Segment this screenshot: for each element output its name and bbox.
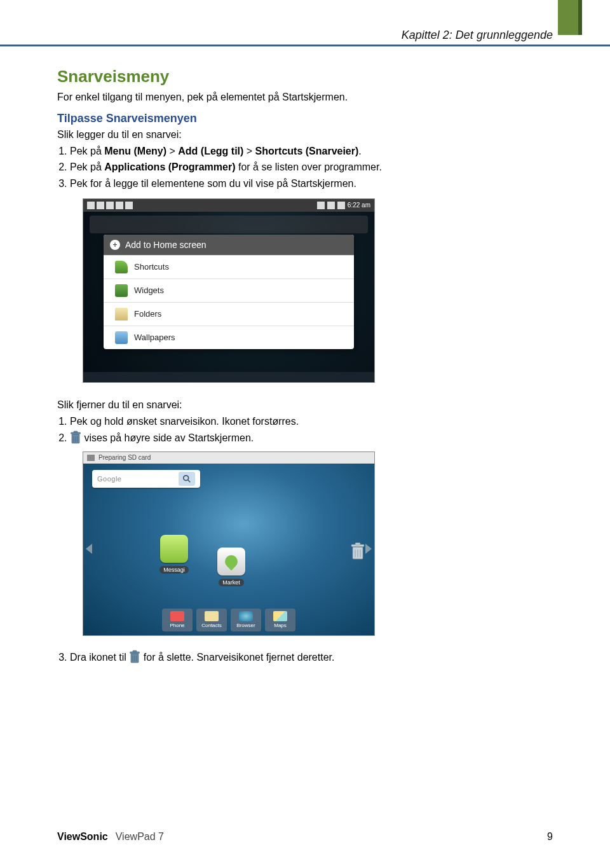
svg-point-6 [184,475,189,480]
add-step-1: Pek på Menu (Meny) > Add (Legg til) > Sh… [70,144,553,158]
remove-step-2: vises på høyre side av Startskjermen. [70,431,553,445]
app-label: Messagi [159,566,189,574]
remove-step-1: Pek og hold ønsket snarveisikon. Ikonet … [70,414,553,429]
add-step-3: Pek for å legge til elementene som du vi… [70,176,553,191]
folder-icon [115,308,128,320]
menu-item-shortcuts[interactable]: Shortcuts [104,255,354,279]
phone-icon [170,611,184,621]
footer-brand: ViewSonic [57,831,108,843]
usb-icon [116,202,123,209]
dock-dimmed [83,372,374,382]
sync-icon [97,202,104,209]
remove-steps-cont: Dra ikonet til for å slette. Snarveisiko… [70,650,553,665]
dock-contacts[interactable]: Contacts [196,609,227,631]
debug-icon [125,202,133,209]
trash-icon [70,431,81,444]
svg-rect-16 [133,651,137,652]
contacts-icon [205,611,219,621]
dock: Phone Contacts Browser Maps [162,609,295,631]
shortcut-icon [115,261,128,273]
google-search-widget[interactable]: Google [92,470,200,488]
page-content: Snarveismeny For enkel tilgang til menye… [57,67,553,666]
header-divider [0,45,610,46]
section-heading: Snarveismeny [57,67,553,86]
menu-header: + Add to Home screen [104,235,354,255]
remove-steps: Pek og hold ønsket snarveisikon. Ikonet … [70,414,553,444]
page-tab-decor [558,0,578,35]
search-icon[interactable] [179,472,195,486]
sd-card-icon [87,455,95,461]
menu-item-folders[interactable]: Folders [104,302,354,326]
page-right-icon[interactable] [365,544,372,554]
trash-icon [129,650,140,664]
add-intro: Slik legger du til en snarvei: [57,128,553,142]
maps-icon [273,611,287,621]
add-step-2: Pek på Applications (Programmer) for å s… [70,160,553,174]
footer-product: ViewPad 7 [116,831,164,843]
app-market[interactable]: Market [217,548,246,587]
widget-icon [115,284,128,297]
wifi-icon [327,202,335,209]
menu-item-widgets[interactable]: Widgets [104,279,354,302]
chapter-title: Kapittel 2: Det grunnleggende [402,29,553,42]
screenshot-home-trash: Preparing SD card Google Messagi Market … [83,451,375,636]
page-left-icon[interactable] [86,544,92,554]
dock-phone[interactable]: Phone [162,609,193,631]
signal-icon [317,202,325,209]
menu-title: Add to Home screen [125,240,207,250]
top-notification-bar: Preparing SD card [83,452,374,464]
market-icon [217,548,245,575]
sd-text: Preparing SD card [98,454,151,461]
page-footer: ViewSonic ViewPad 7 9 [57,831,553,843]
app-messaging[interactable]: Messagi [159,535,189,574]
svg-line-7 [188,479,191,482]
wallpaper-icon [115,331,128,344]
remove-intro: Slik fjerner du til en snarvei: [57,398,553,412]
add-to-home-menu: + Add to Home screen Shortcuts Widgets F… [104,235,354,349]
app-label: Market [219,579,244,586]
menu-item-wallpapers[interactable]: Wallpapers [104,326,354,349]
status-time: 6:22 am [348,202,370,209]
battery-icon [337,202,345,209]
subsection-heading: Tilpasse Snarveismenyen [57,112,553,125]
dock-browser[interactable]: Browser [231,609,261,631]
browser-icon [239,611,253,621]
page-number: 9 [547,831,553,843]
screenshot-add-to-home: 6:22 am + Add to Home screen Shortcuts W… [83,198,375,383]
svg-rect-10 [355,542,360,544]
status-bar: 6:22 am [83,199,374,212]
section-intro: For enkel tilgang til menyen, pek på ele… [57,90,553,104]
add-steps: Pek på Menu (Meny) > Add (Legg til) > Sh… [70,144,553,191]
svg-rect-2 [74,431,78,433]
messaging-icon [160,535,188,563]
remove-step-3: Dra ikonet til for å slette. Snarveisiko… [70,650,553,665]
search-placeholder: Google [97,475,121,483]
warning-icon [87,202,95,209]
dock-maps[interactable]: Maps [265,609,295,631]
trash-drop-target[interactable] [350,541,365,561]
plus-icon: + [110,240,120,250]
sd-icon [106,202,114,209]
